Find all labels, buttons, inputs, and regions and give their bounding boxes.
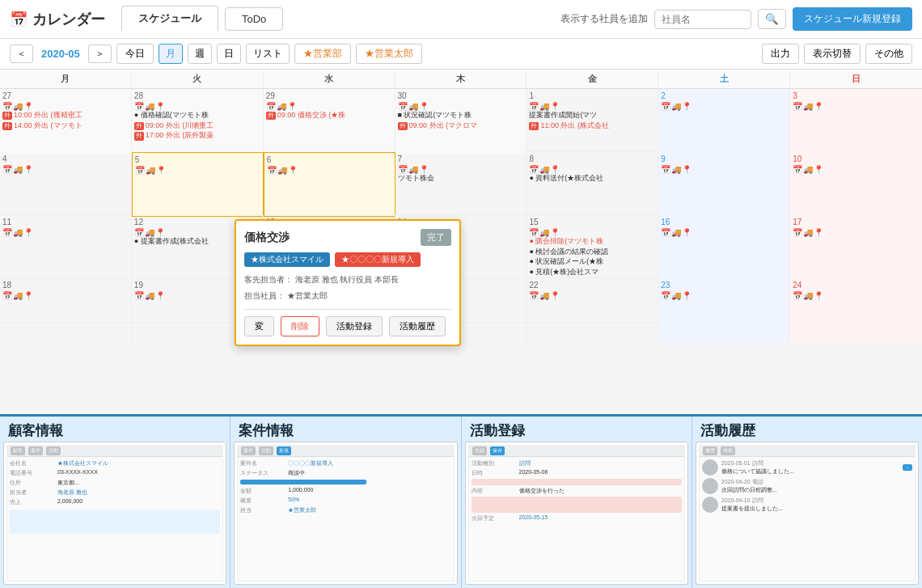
popup-complete-button[interactable]: 完了 <box>421 229 451 246</box>
app-title: カレンダー <box>32 10 105 29</box>
panel-project-title: 案件情報 <box>230 417 460 442</box>
week-view-button[interactable]: 週 <box>188 44 212 64</box>
tab-todo[interactable]: ToDo <box>225 7 283 31</box>
cal-cell-may4[interactable]: 4 📅🚚📍 <box>0 152 132 217</box>
cal-cell-may17[interactable]: 17 📅🚚📍 <box>790 215 922 280</box>
popup-staff-value: ★営業太郎 <box>287 291 328 300</box>
calendar-week-3: 11 📅🚚📍 12 📅🚚📍 ● 提案書作成(株式会社 13 📅🚚📍 ● 価格交渉… <box>0 215 922 278</box>
cal-cell-apr28[interactable]: 28 📅🚚📍 ● 価格確認(マツモト株 外09:00 外出 (川獺重工 外17:… <box>132 89 264 154</box>
header-sat: 土 <box>658 70 790 88</box>
other-button[interactable]: その他 <box>865 44 912 64</box>
cal-cell-may2[interactable]: 2 📅🚚📍 <box>658 89 790 154</box>
calendar-week-2: 4 📅🚚📍 5 📅🚚📍 6 📅🚚📍 7 📅🚚📍 ツモト <box>0 152 922 215</box>
next-month-button[interactable]: ＞ <box>88 44 112 63</box>
current-date-label: 2020-05 <box>41 48 80 60</box>
panel-customer-info: 顧客情報 顧客案件活動 会社名★株式会社スマイル 電話番号03-XXXX-XXX… <box>0 417 230 588</box>
bottom-panels-row: 顧客情報 顧客案件活動 会社名★株式会社スマイル 電話番号03-XXXX-XXX… <box>0 414 922 588</box>
person-filter-button[interactable]: ★営業太郎 <box>356 44 422 64</box>
calendar-toolbar: ＜ 2020-05 ＞ 今日 月 週 日 リスト ★営業部 ★営業太郎 出力 表… <box>0 39 922 70</box>
panel-activity-history-title: 活動履歴 <box>692 417 922 442</box>
activity-history-mini-screen: 履歴検索 2020-05-01 訪問 価格について協議しました... → <box>699 445 916 582</box>
panel-activity-register: 活動登録 登録保存 活動種別訪問 日時2020-05-06 内容価格交渉を行った… <box>462 417 692 588</box>
cal-cell-may1[interactable]: 1 📅🚚📍 提案書作成開始(マツ 外11:00 外出 (株式会社 <box>527 89 658 154</box>
cal-cell-may9[interactable]: 9 📅🚚📍 <box>658 152 790 217</box>
today-button[interactable]: 今日 <box>116 44 154 64</box>
popup-change-button[interactable]: 変 <box>244 316 274 336</box>
cal-cell-may11[interactable]: 11 📅🚚📍 <box>0 215 132 280</box>
cal-cell-may3[interactable]: 3 📅🚚📍 <box>790 89 922 154</box>
popup-container: 価格交渉 完了 ★株式会社スマイル ★〇〇〇〇新規導入 客先担当者： 海老原 雅… <box>235 219 461 346</box>
cal-cell-may8[interactable]: 8 📅🚚📍 ● 資料送付(★株式会社 <box>527 152 658 217</box>
panel-activity-history-body: 履歴検索 2020-05-01 訪問 価格について協議しました... → <box>696 442 919 585</box>
popup-staff-label: 担当社員： <box>244 291 285 300</box>
header-thu: 木 <box>395 70 527 88</box>
popup-customer-label: 客先担当者： <box>244 275 293 284</box>
display-toggle-button[interactable]: 表示切替 <box>804 44 861 64</box>
calendar-section: 月 火 水 木 金 土 日 27 📅🚚📍 外10:00 外出 (獲精密工 外14… <box>0 70 922 414</box>
popup-title: 価格交渉 <box>244 231 290 245</box>
cal-cell-may6[interactable]: 6 📅🚚📍 <box>264 152 395 217</box>
cal-cell-may16[interactable]: 16 📅🚚📍 <box>658 215 790 280</box>
calendar-day-headers: 月 火 水 木 金 土 日 <box>0 70 922 89</box>
app-header: 📅 カレンダー スケジュール ToDo 表示する社員を追加 🔍 スケジュール新規… <box>0 0 922 39</box>
prev-month-button[interactable]: ＜ <box>10 44 33 63</box>
popup-activity-register-button[interactable]: 活動登録 <box>326 316 383 336</box>
cal-cell-may5[interactable]: 5 📅🚚📍 <box>132 152 264 217</box>
cal-cell-may22[interactable]: 22 📅🚚📍 <box>527 278 658 343</box>
popup-customer-value: 海老原 雅也 執行役員 本部長 <box>295 275 399 284</box>
header-tue: 火 <box>132 70 264 88</box>
popup-tag-project[interactable]: ★〇〇〇〇新規導入 <box>335 252 421 267</box>
schedule-register-button[interactable]: スケジュール新規登録 <box>793 7 912 31</box>
calendar-grid: 27 📅🚚📍 外10:00 外出 (獲精密工 外14:00 外出 (マツモト 2… <box>0 89 922 414</box>
customer-mini-screen: 顧客案件活動 会社名★株式会社スマイル 電話番号03-XXXX-XXXX 住所東… <box>6 445 223 582</box>
popup-tag-company[interactable]: ★株式会社スマイル <box>244 252 330 267</box>
project-mini-screen: 案件活動新規 案件名〇〇〇〇新規導入 ステータス商談中 金額1,000,000 … <box>237 445 454 582</box>
cal-cell-apr27[interactable]: 27 📅🚚📍 外10:00 外出 (獲精密工 外14:00 外出 (マツモト <box>0 89 132 154</box>
full-page: 📅 カレンダー スケジュール ToDo 表示する社員を追加 🔍 スケジュール新規… <box>0 0 922 588</box>
header-wed: 水 <box>264 70 395 88</box>
panel-activity-history: 活動履歴 履歴検索 2020-05-01 訪問 価格について協議しました... <box>692 417 922 588</box>
panel-project-body: 案件活動新規 案件名〇〇〇〇新規導入 ステータス商談中 金額1,000,000 … <box>234 442 457 585</box>
employee-search-input[interactable] <box>654 10 751 29</box>
cal-cell-may24[interactable]: 24 📅🚚📍 <box>790 278 922 343</box>
cal-cell-may23[interactable]: 23 📅🚚📍 <box>658 278 790 343</box>
tab-schedule[interactable]: スケジュール <box>121 6 218 32</box>
event-popup: 価格交渉 完了 ★株式会社スマイル ★〇〇〇〇新規導入 客先担当者： 海老原 雅… <box>235 219 461 346</box>
output-button[interactable]: 出力 <box>762 44 799 64</box>
popup-activity-history-button[interactable]: 活動履歴 <box>389 316 446 336</box>
calendar-icon: 📅 <box>10 11 27 28</box>
header-mon: 月 <box>0 70 132 88</box>
header-fri: 金 <box>527 70 658 88</box>
day-view-button[interactable]: 日 <box>217 44 241 64</box>
panel-customer-body: 顧客案件活動 会社名★株式会社スマイル 電話番号03-XXXX-XXXX 住所東… <box>3 442 226 585</box>
month-view-button[interactable]: 月 <box>159 44 183 64</box>
calendar-week-4: 18 📅🚚📍 19 📅🚚📍 20 📅🚚📍 21 📅🚚📍 22 <box>0 278 922 323</box>
header-sun: 日 <box>790 70 922 88</box>
activity-register-mini-screen: 登録保存 活動種別訪問 日時2020-05-06 内容価格交渉を行った 次回予定… <box>468 445 685 582</box>
add-employee-label: 表示する社員を追加 <box>560 12 648 26</box>
dept-filter-button[interactable]: ★営業部 <box>294 44 351 64</box>
panel-customer-title: 顧客情報 <box>0 417 230 442</box>
list-view-button[interactable]: リスト <box>246 44 290 64</box>
cal-cell-may18[interactable]: 18 📅🚚📍 <box>0 278 132 343</box>
cal-cell-apr29[interactable]: 29 📅🚚📍 外09:00 価格交渉 (★株 <box>264 89 395 154</box>
cal-cell-may7[interactable]: 7 📅🚚📍 ツモト株会 <box>395 152 527 217</box>
cal-cell-apr30[interactable]: 30 📅🚚📍 ■ 状況確認(マツモト株 外09:00 外出 (マクロマ <box>395 89 527 154</box>
search-button[interactable]: 🔍 <box>758 9 786 29</box>
cal-cell-may15[interactable]: 15 📅🚚📍 ● 購合排除(マツモト株 ● 検討会議の結果の確認 ● 状況確認メ… <box>527 215 658 280</box>
panel-activity-register-title: 活動登録 <box>462 417 692 442</box>
panel-activity-register-body: 登録保存 活動種別訪問 日時2020-05-06 内容価格交渉を行った 次回予定… <box>465 442 688 585</box>
app-logo: 📅 カレンダー <box>10 10 105 29</box>
popup-delete-button[interactable]: 削除 <box>281 316 319 336</box>
cal-cell-may10[interactable]: 10 📅🚚📍 <box>790 152 922 217</box>
panel-project-info: 案件情報 案件活動新規 案件名〇〇〇〇新規導入 ステータス商談中 金額1,000… <box>230 417 461 588</box>
calendar-week-1: 27 📅🚚📍 外10:00 外出 (獲精密工 外14:00 外出 (マツモト 2… <box>0 89 922 152</box>
customer-mini-content: 会社名★株式会社スマイル 電話番号03-XXXX-XXXX 住所東京都... 担… <box>7 457 222 536</box>
